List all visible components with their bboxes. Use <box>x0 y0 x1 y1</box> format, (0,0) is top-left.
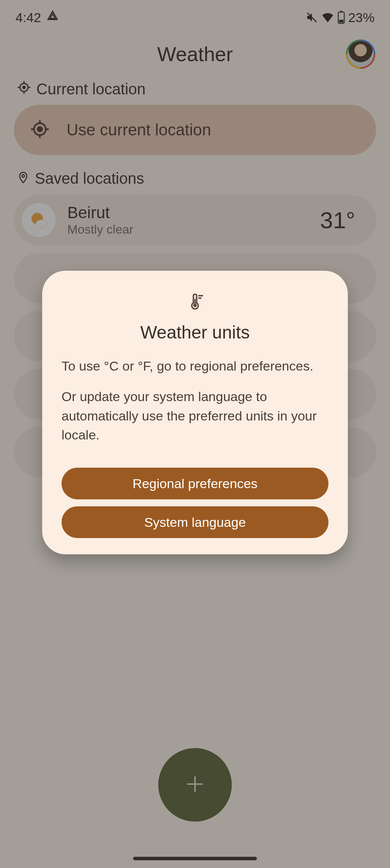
regional-preferences-label: Regional preferences <box>132 476 257 491</box>
dialog-body: To use °C or °F, go to regional preferen… <box>62 357 328 444</box>
svg-rect-22 <box>194 299 195 305</box>
system-language-button[interactable]: System language <box>62 506 328 538</box>
thermometer-icon <box>62 292 328 311</box>
dialog-title: Weather units <box>62 322 328 343</box>
system-language-label: System language <box>144 515 246 530</box>
dialog-body-line-2: Or update your system language to automa… <box>62 387 328 444</box>
regional-preferences-button[interactable]: Regional preferences <box>62 468 328 499</box>
dialog-body-line-1: To use °C or °F, go to regional preferen… <box>62 357 328 376</box>
weather-units-dialog: Weather units To use °C or °F, go to reg… <box>42 271 348 554</box>
